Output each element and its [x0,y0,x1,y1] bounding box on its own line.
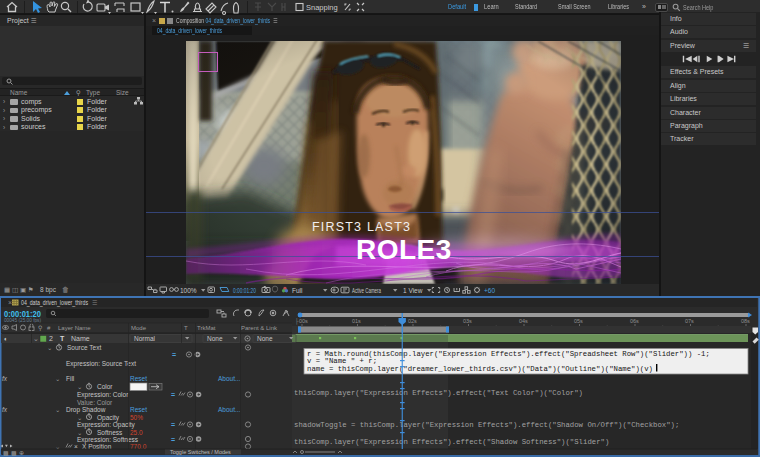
svg-text:▩: ▩ [3,450,9,456]
svg-text:⌄: ⌄ [55,406,60,413]
svg-text:thisComp.layer("Expression Eff: thisComp.layer("Expression Effects").eff… [294,438,609,446]
svg-text:50%: 50% [130,414,143,421]
svg-text:⌄: ⌄ [77,414,82,421]
svg-text:name = thisComp.layer("dreamer: name = thisComp.layer("dreamer_lower_thi… [307,365,653,373]
svg-text:⌄: ⌄ [77,429,82,436]
svg-text:100%: 100% [180,287,197,294]
svg-text:⌄: ⌄ [47,344,52,351]
svg-text:=: = [171,421,175,428]
svg-text:Fill: Fill [66,375,75,382]
svg-text:×: × [74,443,78,450]
svg-text:=: = [172,351,176,358]
svg-text:03s: 03s [463,318,472,324]
svg-text:⌄: ⌄ [55,375,60,382]
svg-text:07s: 07s [685,318,694,324]
svg-text:2: 2 [49,335,53,342]
svg-text:04_data_driven_lower_thirds: 04_data_driven_lower_thirds [21,299,88,307]
svg-text:0:00:01:20: 0:00:01:20 [233,287,256,294]
svg-text:◖: ◖ [3,335,7,342]
svg-text:T: T [184,325,188,331]
svg-text:08s: 08s [741,318,750,324]
svg-text:01s: 01s [352,318,361,324]
svg-text:TrkMat: TrkMat [197,325,216,331]
svg-text:Expression: Source Text: Expression: Source Text [66,360,136,368]
svg-text:⚲: ⚲ [38,325,42,331]
svg-text:⌄: ⌄ [77,383,82,390]
svg-text:Parent & Link: Parent & Link [241,325,278,331]
svg-text:Source Text: Source Text [67,344,101,351]
svg-text:1 View: 1 View [403,287,423,294]
svg-text:Active Camera: Active Camera [352,287,381,294]
svg-text:=: = [171,436,175,443]
svg-text:+60: +60 [484,287,495,294]
svg-text:02s: 02s [408,318,417,324]
svg-text:fx: fx [2,406,8,413]
svg-text:⌄: ⌄ [33,335,39,342]
svg-text:⊕: ⊕ [19,450,24,456]
svg-text:Full: Full [292,287,303,294]
svg-text:None: None [207,335,223,342]
svg-text:Reset: Reset [130,375,147,382]
svg-text:shadowToggle = thisComp.layer(: shadowToggle = thisComp.layer("Expressio… [294,421,679,429]
svg-text:fx: fx [2,375,8,382]
svg-text:Mode: Mode [131,325,147,331]
svg-text:About...: About... [218,406,241,413]
svg-text:thisComp.layer("Expression Eff: thisComp.layer("Expression Effects").eff… [294,389,583,397]
svg-text:⌄: ⌄ [55,443,60,450]
svg-text:None: None [257,335,273,342]
svg-text:04s: 04s [519,318,528,324]
svg-text:Color: Color [97,383,113,390]
svg-text:T: T [60,335,65,342]
svg-text:About...: About... [218,375,241,382]
svg-text:Toggle Switches / Modes: Toggle Switches / Modes [170,449,231,455]
svg-text:Layer Name: Layer Name [58,325,91,331]
svg-text:Snapping: Snapping [306,3,338,12]
svg-text:Normal: Normal [134,335,156,342]
svg-text:X Position: X Position [82,443,112,450]
svg-text:Value: Color: Value: Color [77,399,113,406]
svg-text:Reset: Reset [130,406,147,413]
svg-text:05s: 05s [574,318,583,324]
svg-text:06s: 06s [630,318,639,324]
svg-text:▩: ▩ [11,450,17,456]
svg-text:770.0: 770.0 [130,443,147,450]
svg-text:00045 (25.00 fps): 00045 (25.00 fps) [4,317,41,323]
svg-text:Softness: Softness [97,429,123,436]
svg-text:Name: Name [71,335,90,342]
svg-text:×: × [8,299,12,306]
svg-text:☰: ☰ [92,300,97,306]
svg-text:├00s: ├00s [295,318,308,325]
svg-text:=: = [171,391,175,398]
svg-text:25.0: 25.0 [130,429,143,436]
